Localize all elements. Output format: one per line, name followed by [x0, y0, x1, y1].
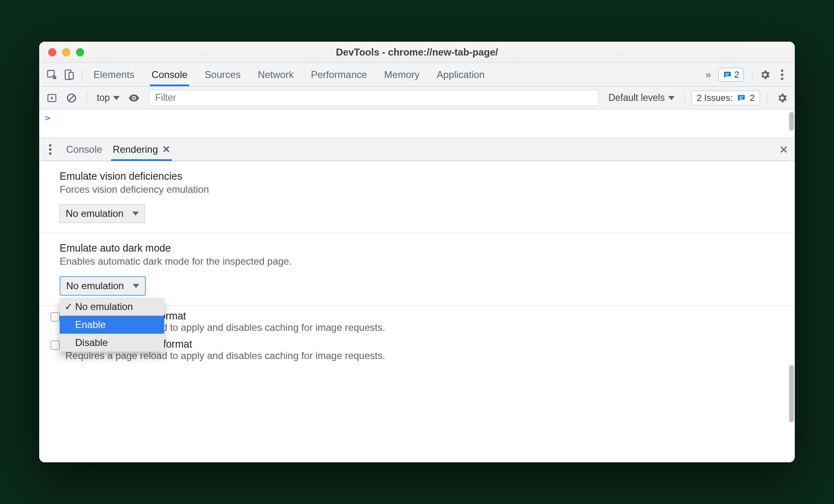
drawer-tab-label: Rendering	[113, 144, 158, 155]
drawer-tabs-bar: Console Rendering ✕	[39, 138, 795, 161]
drawer-tab-rendering[interactable]: Rendering ✕	[111, 138, 172, 161]
levels-label: Default levels	[609, 92, 665, 103]
tab-memory[interactable]: Memory	[383, 63, 421, 86]
scrollbar-thumb[interactable]	[789, 112, 794, 131]
close-tab-icon[interactable]: ✕	[162, 144, 170, 155]
section-desc: Forces vision deficiency emulation	[60, 184, 774, 195]
inspect-element-icon[interactable]	[43, 66, 60, 83]
context-label: top	[97, 92, 110, 103]
tab-application[interactable]: Application	[435, 63, 486, 86]
chevron-down-icon	[133, 284, 139, 288]
console-settings-icon[interactable]	[774, 89, 791, 107]
section-auto-dark-mode: Emulate auto dark mode Enables automatic…	[39, 233, 795, 306]
svg-rect-12	[739, 98, 742, 99]
prompt-chevron-icon: >	[45, 113, 50, 123]
divider	[82, 68, 82, 81]
more-menu-icon[interactable]	[774, 66, 791, 83]
svg-point-14	[49, 148, 51, 151]
svg-rect-11	[739, 96, 743, 97]
svg-rect-2	[69, 72, 74, 79]
divider	[685, 91, 685, 105]
vision-deficiency-select[interactable]: No emulation	[60, 204, 145, 223]
svg-point-5	[781, 69, 783, 72]
divider	[767, 91, 767, 105]
section-vision-deficiencies: Emulate vision deficiencies Forces visio…	[39, 161, 795, 233]
main-tabs-bar: Elements Console Sources Network Perform…	[39, 63, 795, 87]
drawer-tab-label: Console	[66, 144, 102, 155]
messages-badge-count: 2	[734, 69, 739, 80]
auto-dark-mode-dropdown: No emulation Enable Disable	[60, 298, 164, 352]
svg-point-15	[49, 152, 51, 155]
auto-dark-mode-select[interactable]: No emulation	[60, 276, 146, 296]
issues-count: 2	[750, 93, 755, 103]
checkbox-desc: Requires a page reload to apply and disa…	[65, 350, 385, 361]
context-selector[interactable]: top	[94, 92, 123, 103]
chevron-down-icon	[113, 96, 120, 100]
section-title: Emulate vision deficiencies	[60, 170, 774, 182]
svg-rect-3	[725, 73, 729, 74]
toggle-sidebar-icon[interactable]	[43, 89, 60, 107]
svg-rect-4	[725, 75, 728, 76]
select-value: No emulation	[66, 280, 124, 292]
section-desc: Enables automatic dark mode for the insp…	[60, 256, 774, 267]
section-title: Emulate auto dark mode	[60, 242, 774, 254]
dropdown-option-enable[interactable]: Enable	[60, 316, 164, 334]
clear-console-icon[interactable]	[63, 89, 80, 107]
message-icon	[737, 94, 746, 103]
window-title: DevTools - chrome://new-tab-page/	[39, 47, 795, 58]
dropdown-option-disable[interactable]: Disable	[60, 334, 164, 352]
settings-icon[interactable]	[756, 66, 774, 83]
select-value: No emulation	[66, 208, 123, 219]
svg-point-13	[49, 144, 51, 147]
chevron-down-icon	[132, 212, 139, 216]
main-tabs: Elements Console Sources Network Perform…	[92, 63, 702, 86]
messages-badge[interactable]: 2	[718, 68, 744, 82]
console-filter-bar: top Default levels 2 Issues: 2	[39, 87, 795, 109]
titlebar: DevTools - chrome://new-tab-page/	[39, 42, 795, 63]
console-prompt[interactable]: >	[39, 109, 795, 138]
drawer-tab-console[interactable]: Console	[65, 138, 104, 161]
divider	[87, 91, 87, 105]
device-toolbar-icon[interactable]	[60, 66, 78, 83]
tab-sources[interactable]: Sources	[203, 63, 242, 86]
tabs-overflow-icon[interactable]: »	[702, 69, 714, 80]
svg-point-6	[781, 74, 783, 76]
divider	[752, 68, 752, 81]
log-levels-selector[interactable]: Default levels	[605, 92, 678, 103]
dropdown-option-no-emulation[interactable]: No emulation	[60, 298, 164, 316]
drawer-more-icon[interactable]	[43, 141, 57, 158]
chevron-down-icon	[668, 96, 675, 100]
message-icon	[723, 70, 732, 79]
tab-console[interactable]: Console	[150, 63, 189, 86]
rendering-panel: Emulate vision deficiencies Forces visio…	[39, 161, 795, 462]
svg-point-7	[781, 78, 783, 80]
filter-input[interactable]	[149, 90, 599, 106]
issues-counter[interactable]: 2 Issues: 2	[691, 91, 760, 105]
scrollbar-thumb[interactable]	[789, 365, 794, 422]
disable-webp-checkbox[interactable]	[51, 341, 60, 350]
devtools-window: DevTools - chrome://new-tab-page/ Elemen…	[39, 42, 795, 462]
tab-elements[interactable]: Elements	[92, 63, 136, 86]
live-expression-icon[interactable]	[125, 89, 143, 107]
close-drawer-icon[interactable]	[777, 141, 791, 158]
issues-text: 2 Issues:	[697, 93, 733, 103]
svg-point-10	[133, 97, 135, 99]
tab-network[interactable]: Network	[256, 63, 295, 86]
tab-performance[interactable]: Performance	[309, 63, 368, 86]
